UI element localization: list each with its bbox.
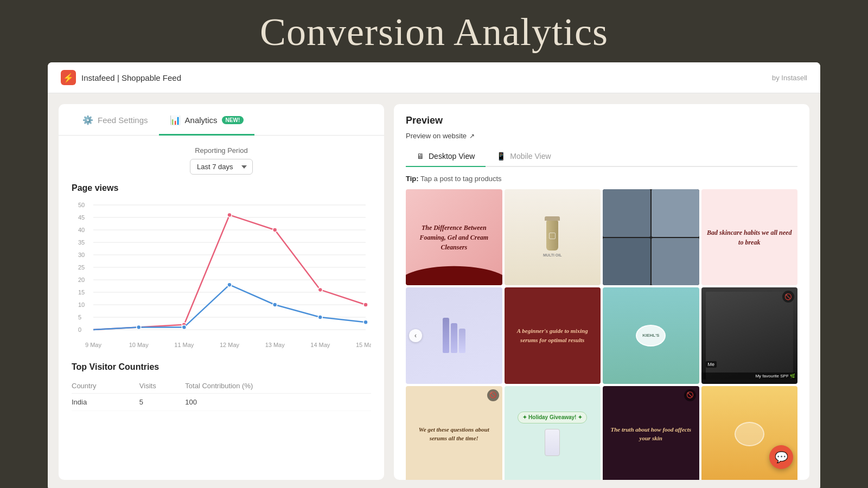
tubes-group xyxy=(443,318,465,353)
cell-1-content: The Difference Between Foaming, Gel and … xyxy=(406,189,502,285)
cell-1-text: The Difference Between Foaming, Gel and … xyxy=(410,223,498,252)
new-badge: NEW! xyxy=(222,116,244,124)
preview-website-text: Preview on website xyxy=(406,132,467,140)
mobile-icon: 📱 xyxy=(496,152,506,160)
cell-10-content: ✦ Holiday Giveaway! ✦ xyxy=(505,386,601,480)
holiday-badge: ✦ Holiday Giveaway! ✦ xyxy=(518,412,587,423)
couple-bg xyxy=(706,292,794,379)
tab-analytics[interactable]: 📊 Analytics NEW! xyxy=(159,104,255,136)
grid-cell-6[interactable]: A beginner's guide to mixing serums for … xyxy=(505,287,601,383)
hide-icon-9[interactable]: 🚫 xyxy=(487,389,499,401)
col-country: Country xyxy=(72,378,139,394)
reporting-period: Reporting Period Last 7 days Last 30 day… xyxy=(72,146,371,175)
grid-cell-1[interactable]: The Difference Between Foaming, Gel and … xyxy=(406,189,502,285)
chart-area: Reporting Period Last 7 days Last 30 day… xyxy=(59,136,384,362)
tab-desktop-view[interactable]: 🖥 Desktop View xyxy=(406,147,486,167)
cell-3-collage xyxy=(603,189,699,285)
image-grid: The Difference Between Foaming, Gel and … xyxy=(406,189,797,480)
reporting-period-label: Reporting Period xyxy=(72,146,371,155)
cell-4-content: Bad skincare habits we all need to break xyxy=(701,189,798,285)
app-header-left: ⚡ Instafeed | Shoppable Feed xyxy=(61,70,181,85)
left-panel: ⚙️ Feed Settings 📊 Analytics NEW! Report… xyxy=(59,104,384,480)
table-body: India 5 100 xyxy=(72,394,371,411)
app-logo-icon: ⚡ xyxy=(61,70,76,85)
period-select[interactable]: Last 7 days Last 30 days Last 90 days xyxy=(190,159,253,175)
cell-6-content: A beginner's guide to mixing serums for … xyxy=(505,287,601,383)
gear-icon: ⚙️ xyxy=(82,115,93,125)
cell-9-content: We get these questions about serums all … xyxy=(406,386,502,480)
bottle-body xyxy=(546,221,558,251)
tip-label: Tip: xyxy=(406,175,419,183)
app-header-right: by Instasell xyxy=(772,74,807,82)
photo-mini-2 xyxy=(652,189,699,237)
photo-mini-1 xyxy=(603,189,650,237)
cell-11-content: The truth about how food affects your sk… xyxy=(603,386,699,480)
preview-title: Preview xyxy=(406,115,797,126)
cell-7-content: KIEHL'S xyxy=(603,287,699,383)
photo-mini-3 xyxy=(603,238,650,286)
main-content: ⚙️ Feed Settings 📊 Analytics NEW! Report… xyxy=(48,93,820,488)
mobile-view-label: Mobile View xyxy=(510,152,551,160)
golden-jar-visual xyxy=(735,422,764,446)
desktop-icon: 🖥 xyxy=(417,152,424,160)
tip-text: Tip: Tap a post to tag products xyxy=(406,175,797,183)
table-title: Top Visitor Countries xyxy=(72,362,371,372)
grid-cell-11[interactable]: The truth about how food affects your sk… xyxy=(603,386,699,480)
me-label: Me xyxy=(706,361,717,368)
hide-icon-11[interactable]: 🚫 xyxy=(684,389,696,401)
chat-button[interactable]: 💬 xyxy=(769,445,793,469)
col-contribution: Total Contribution (%) xyxy=(185,378,371,394)
cell-9-text: We get these questions about serums all … xyxy=(410,425,498,443)
col-visits: Visits xyxy=(139,378,186,394)
grid-cell-2[interactable]: MULTI OIL xyxy=(505,189,601,285)
grid-cell-5[interactable]: ‹ xyxy=(406,287,502,383)
cell-contribution: 100 xyxy=(185,394,371,411)
feed-settings-label: Feed Settings xyxy=(98,115,148,125)
tube-2 xyxy=(451,323,457,353)
cell-8-content xyxy=(701,287,798,383)
desktop-view-label: Desktop View xyxy=(429,152,475,160)
right-panel: Preview Preview on website ↗ 🖥 Desktop V… xyxy=(394,104,809,480)
grid-cell-8[interactable]: 🚫 Me My favourite SPF 🌿 xyxy=(701,287,798,383)
view-tab-bar: 🖥 Desktop View 📱 Mobile View xyxy=(406,147,797,167)
app-header-title: Instafeed | Shoppable Feed xyxy=(81,73,181,82)
tip-content: Tap a post to tag products xyxy=(420,175,502,183)
line-chart xyxy=(72,200,371,351)
bottle-text: MULTI OIL xyxy=(543,253,561,258)
bottle-cap xyxy=(545,216,560,221)
scroll-left-arrow[interactable]: ‹ xyxy=(409,329,422,342)
app-container: ⚡ Instafeed | Shoppable Feed by Instasel… xyxy=(48,62,820,488)
grid-cell-3[interactable] xyxy=(603,189,699,285)
app-header: ⚡ Instafeed | Shoppable Feed by Instasel… xyxy=(48,62,820,93)
data-table: Country Visits Total Contribution (%) In… xyxy=(72,378,371,411)
spf-label: My favourite SPF 🌿 xyxy=(701,373,798,380)
external-link-icon: ↗ xyxy=(469,132,475,140)
tab-feed-settings[interactable]: ⚙️ Feed Settings xyxy=(72,104,159,136)
grid-cell-7[interactable]: KIEHL'S xyxy=(603,287,699,383)
chart-icon: 📊 xyxy=(170,115,181,125)
tab-bar: ⚙️ Feed Settings 📊 Analytics NEW! xyxy=(59,104,384,136)
cream-jar-visual: KIEHL'S xyxy=(636,325,666,346)
bottle-label xyxy=(549,233,556,239)
wave-decoration xyxy=(406,247,502,285)
tab-mobile-view[interactable]: 📱 Mobile View xyxy=(486,147,561,167)
photo-mini-4 xyxy=(652,238,699,286)
preview-website-link[interactable]: Preview on website ↗ xyxy=(406,132,797,140)
table-section: Top Visitor Countries Country Visits Tot… xyxy=(59,362,384,420)
cell-visits: 5 xyxy=(139,394,186,411)
grid-cell-9[interactable]: We get these questions about serums all … xyxy=(406,386,502,480)
giveaway-bottle xyxy=(545,429,560,456)
chart-title: Page views xyxy=(72,183,371,193)
page-title: Conversion Analytics xyxy=(0,10,868,55)
chart-wrapper xyxy=(72,200,371,351)
grid-cell-10[interactable]: ✦ Holiday Giveaway! ✦ xyxy=(505,386,601,480)
cell-4-text: Bad skincare habits we all need to break xyxy=(706,228,794,247)
cell-11-text: The truth about how food affects your sk… xyxy=(607,425,695,443)
tube-1 xyxy=(443,318,449,353)
cell-country: India xyxy=(72,394,139,411)
table-row: India 5 100 xyxy=(72,394,371,411)
cell-6-text: A beginner's guide to mixing serums for … xyxy=(509,326,597,344)
grid-cell-4[interactable]: Bad skincare habits we all need to break xyxy=(701,189,798,285)
tube-3 xyxy=(459,329,465,353)
analytics-label: Analytics xyxy=(185,115,218,125)
